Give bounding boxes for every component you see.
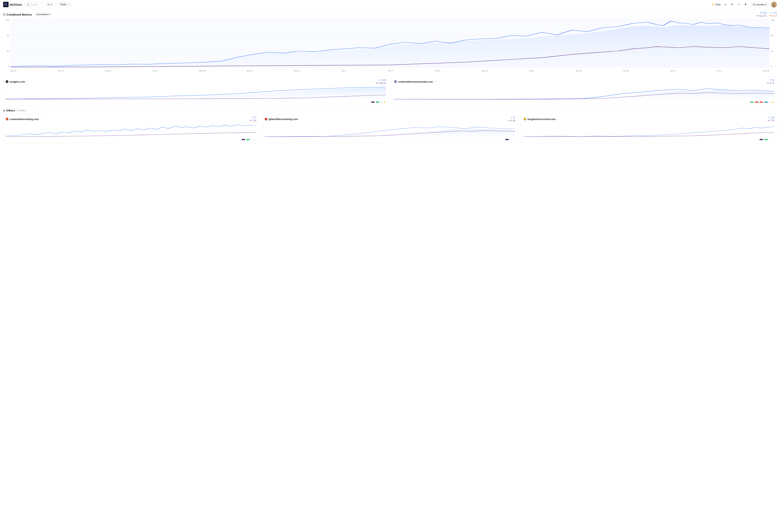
- chart-legend: ✦ 9.5k ✂ 1.53 👁 622.7k ⚑ 41.6: [757, 11, 777, 17]
- other-site-name-text-3: kingdomstructural.com: [528, 118, 555, 121]
- other-tag-2: ◇: [510, 138, 512, 141]
- other-impressions-icon-2: 👁: [508, 119, 510, 122]
- grid-top: [10, 19, 770, 19]
- x-jun5: Jun 5: [342, 70, 346, 72]
- other-star-2[interactable]: ☆: [513, 138, 516, 141]
- site-metrics-2: ✦ 55 👁 4.7k: [767, 79, 774, 85]
- flag-icon-btn[interactable]: ⚑: [743, 2, 748, 7]
- other-dot-2: [246, 139, 250, 140]
- eye-icon-btn[interactable]: 👁: [730, 2, 735, 7]
- star-icon-2[interactable]: ★: [772, 101, 774, 104]
- favicon-1: S: [6, 80, 8, 83]
- other-card-footer-1: ◇ ☆: [6, 138, 256, 141]
- other-impressions-3: 👁 775: [768, 119, 774, 122]
- impressions-icon-2: 👁: [767, 82, 769, 85]
- y-label-135: 135: [6, 19, 9, 21]
- time-selector[interactable]: 12 months ▾: [750, 2, 769, 7]
- x-mar5: Mar 5: [153, 70, 158, 72]
- sites-grid: S seogets.com → ✦ 8.8k 👁 529.5k: [3, 76, 777, 106]
- other-star-3[interactable]: ☆: [772, 138, 774, 141]
- chart-area: [10, 19, 770, 68]
- others-count-close: ): [26, 109, 27, 112]
- x-dec2: Dec 2: [717, 70, 722, 72]
- other-site-link-3[interactable]: →: [557, 118, 559, 120]
- x-may13: May 13: [294, 70, 300, 72]
- cumulative-select[interactable]: Cumulative ▾: [34, 12, 51, 16]
- legend-impressions: 👁 622.7k: [757, 15, 767, 17]
- grid-bottom: [10, 67, 770, 67]
- other-tag-3: ◇: [769, 138, 771, 141]
- scissors-icon-btn[interactable]: ✂: [736, 2, 741, 7]
- star-icon-1[interactable]: ★: [383, 101, 386, 104]
- chart-title-text: Combined Metrics: [7, 13, 32, 16]
- other-mini-chart-3: [524, 123, 774, 137]
- x-nov9: Nov 9: [670, 70, 676, 72]
- others-chevron[interactable]: ∧: [3, 109, 5, 112]
- impressions-value-1: 529.5k: [379, 82, 386, 85]
- chevron-down-icon: ▾: [49, 13, 50, 16]
- header-right: ⚡ Filter ✦ 👁 ✂ ⚑ 12 months ▾: [711, 2, 777, 7]
- site-mini-chart-1: [6, 86, 386, 99]
- impressions-value: 622.7k: [760, 15, 767, 17]
- ctr-icon: ✂: [770, 11, 772, 14]
- close-icon[interactable]: ✕: [67, 3, 69, 6]
- filter-button[interactable]: ⚡ Filter: [711, 3, 721, 6]
- other-impressions-icon-1: 👁: [250, 119, 252, 122]
- site-link-1[interactable]: →: [27, 81, 29, 83]
- site-link-2[interactable]: →: [434, 81, 436, 83]
- other-site-metrics-1: ✦ 75 👁 718: [250, 116, 256, 122]
- other-star-1[interactable]: ☆: [254, 138, 256, 141]
- site-name-text-2: cookevillehomeremodel.com: [398, 80, 433, 83]
- x-dec27: Dec 27: [10, 70, 17, 72]
- legend-row-2: 👁 622.7k ⚑ 41.6: [757, 15, 777, 17]
- tag-icon-1: ◇: [381, 101, 382, 103]
- x-sep2: Sep 2: [529, 70, 534, 72]
- other-site-link-2[interactable]: →: [299, 118, 302, 120]
- site-impressions-2: 👁 4.7k: [767, 82, 774, 85]
- site-name-1: S seogets.com →: [6, 80, 29, 83]
- tag-icon-2: ◇: [769, 101, 771, 103]
- y-right-12k: 12k: [771, 19, 774, 21]
- others-count-value: 6 sites: [18, 109, 25, 112]
- site-impressions-1: 👁 529.5k: [376, 82, 386, 85]
- sparkle-icon-btn[interactable]: ✦: [723, 2, 728, 7]
- others-grid: 🤼 cookevillewrestling.com → ✦ 75 👁 718: [3, 114, 777, 143]
- chart-y-axis-left: 135 90 45 0: [3, 19, 10, 68]
- icon-group: ✦ 👁 ✂ ⚑: [723, 2, 748, 7]
- ctr-value: 1.53: [772, 11, 777, 14]
- other-site-header-1: 🤼 cookevillewrestling.com → ✦ 75 👁 718: [6, 116, 256, 122]
- y-right-8k: 8k: [771, 34, 773, 37]
- avatar[interactable]: [771, 2, 777, 7]
- logo-icon: G: [3, 2, 9, 7]
- other-clicks-icon-3: ✦: [768, 116, 770, 119]
- site-name-2: 🏠 cookevillehomeremodel.com →: [394, 80, 436, 83]
- search-icon: 🔍: [27, 3, 30, 6]
- other-clicks-icon-1: ✦: [251, 116, 253, 119]
- x-mar28: Mar 28: [199, 70, 205, 72]
- x-dec25: Dec 25: [763, 70, 770, 72]
- x-aug11: Aug 11: [482, 70, 488, 72]
- chevron-down-icon: ▾: [765, 3, 767, 6]
- chart-y-axis-right: 12k 8k 4k 0: [770, 19, 777, 68]
- site-mini-chart-2: [394, 86, 774, 99]
- other-site-card-3: 🛡 kingdomstructural.com → ✦ 125 👁 775: [521, 114, 777, 143]
- search-placeholder: Search: [31, 3, 38, 6]
- other-clicks-2: ✦ 37: [510, 116, 516, 119]
- legend-clicks: ✦ 9.5k: [760, 11, 767, 14]
- other-impressions-value-1: 718: [252, 119, 256, 122]
- other-impressions-value-3: 775: [771, 119, 774, 122]
- x-jan20: Jan 20: [58, 70, 64, 72]
- other-site-name-text-1: cookevillewrestling.com: [9, 118, 39, 121]
- other-site-name-2: 🔴 gilbertfiltercleaning.com →: [264, 118, 302, 121]
- other-favicon-3: 🛡: [524, 118, 526, 120]
- filter-label: Filter: [715, 3, 721, 6]
- search-box[interactable]: 🔍 Search ⌘ + F: [25, 2, 56, 7]
- chart-title-icon: ⬡: [3, 13, 5, 16]
- other-clicks-3: ✦ 125: [768, 116, 774, 119]
- clicks-value: 9.5k: [762, 11, 767, 14]
- other-site-link-1[interactable]: →: [40, 118, 43, 120]
- filter-icon: ⚡: [711, 3, 714, 6]
- public-badge[interactable]: Public ✕: [58, 2, 71, 7]
- color-dot-green-1: [376, 102, 379, 103]
- other-dot-1: [242, 139, 245, 140]
